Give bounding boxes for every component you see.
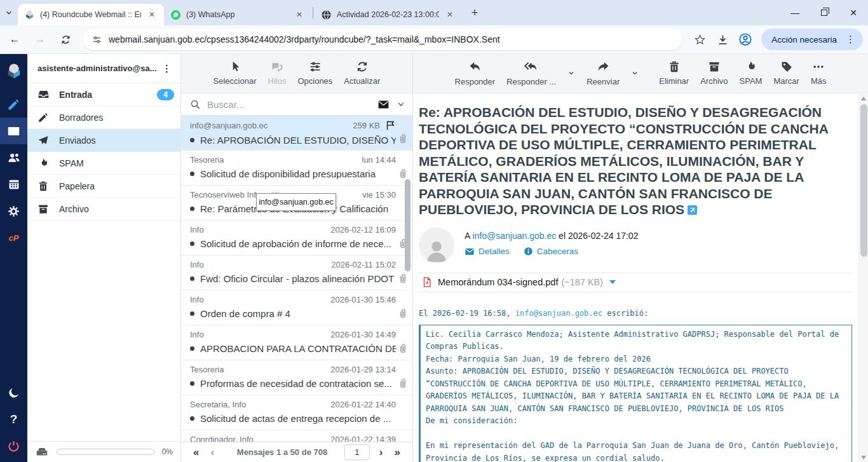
forward-button[interactable]: Reenviar bbox=[581, 54, 625, 93]
tab-search-chevron-icon[interactable] bbox=[0, 0, 18, 25]
delete-button[interactable]: Eliminar bbox=[653, 54, 695, 93]
forward-button[interactable]: → bbox=[29, 29, 51, 50]
search-options-chevron-icon[interactable] bbox=[396, 99, 406, 109]
downloads-icon[interactable] bbox=[712, 29, 733, 50]
address-bar[interactable]: webmail.sanjuan.gob.ec/cpsess1364244002/… bbox=[83, 29, 682, 50]
archive-button[interactable]: Archivo bbox=[695, 54, 733, 93]
tab-title: (4) Roundcube Webmail :: Envia bbox=[40, 10, 141, 19]
whatsapp-favicon bbox=[170, 10, 181, 20]
refresh-button[interactable]: Actualizar bbox=[338, 54, 386, 86]
mail-nav-button[interactable] bbox=[0, 118, 27, 144]
quoted-text-block: Lic. Cecilia Carrasco Mendoza; Asistente… bbox=[419, 325, 852, 462]
tab-close-icon[interactable]: ✕ bbox=[444, 9, 456, 20]
cpanel-button[interactable]: cP bbox=[0, 224, 27, 251]
search-input[interactable] bbox=[207, 99, 377, 110]
browser-tab-actividad[interactable]: Actividad 2026-02-23 13:00:00 ✕ bbox=[315, 4, 462, 25]
attachment-dropdown-icon[interactable] bbox=[609, 280, 616, 284]
sidebar-item-enviados[interactable]: Enviados bbox=[27, 129, 180, 152]
reload-button[interactable] bbox=[55, 29, 76, 50]
list-item[interactable]: Info2026-02-11 15:02 Fwd: Oficio Circula… bbox=[181, 255, 412, 290]
compose-button[interactable] bbox=[0, 91, 27, 118]
forward-dropdown-icon[interactable] bbox=[625, 54, 644, 93]
logout-button[interactable] bbox=[0, 433, 27, 459]
window-controls: — ✕ bbox=[780, 0, 868, 25]
new-tab-button[interactable]: + bbox=[466, 4, 484, 22]
headers-link[interactable]: Cabeceras bbox=[524, 247, 578, 256]
settings-nav-button[interactable] bbox=[0, 198, 27, 224]
attachment-row[interactable]: Memorándum 034-signed.pdf (~187 KB) bbox=[419, 273, 852, 292]
last-page-button[interactable]: » bbox=[389, 446, 406, 459]
browser-menu-icon[interactable]: ⋮ bbox=[842, 34, 859, 45]
prev-page-button[interactable]: ‹ bbox=[205, 446, 220, 459]
list-item[interactable]: Info2026-02-12 16:09 Solicitud de aproba… bbox=[181, 221, 412, 255]
reply-button[interactable]: Responder bbox=[449, 54, 501, 93]
message-list-panel: Seleccionar Hilos Opciones Actualizar in… bbox=[181, 54, 413, 462]
sidebar-item-archivo[interactable]: Archivo bbox=[27, 198, 180, 221]
details-link[interactable]: Detalles bbox=[465, 247, 510, 257]
back-button[interactable]: ← bbox=[4, 29, 25, 50]
action-needed-chip[interactable]: Acción necesaria ⋮ bbox=[761, 29, 863, 50]
first-page-button[interactable]: « bbox=[187, 446, 205, 459]
list-item[interactable]: info@sanjuan.gob.ec259 KB Re: APROBACIÓN… bbox=[181, 116, 412, 151]
attachment-name: Memorándum 034-signed.pdf bbox=[438, 277, 558, 287]
search-bar bbox=[181, 93, 412, 116]
next-page-button[interactable]: › bbox=[374, 446, 389, 459]
external-link-icon[interactable] bbox=[688, 205, 697, 215]
tab-title: (3) WhatsApp bbox=[186, 10, 288, 19]
sidebar-item-papelera[interactable]: Papelera bbox=[27, 175, 180, 198]
unread-badge: 4 bbox=[157, 89, 174, 100]
flag-icon[interactable] bbox=[385, 120, 396, 131]
reader-scrollbar[interactable] bbox=[858, 94, 868, 462]
threads-button[interactable]: Hilos bbox=[262, 54, 292, 86]
list-item[interactable]: Info2026-01-30 14:49 APROBACION PARA LA … bbox=[181, 325, 412, 360]
browser-tab-whatsapp[interactable]: (3) WhatsApp ✕ bbox=[164, 4, 311, 25]
search-icon[interactable] bbox=[190, 99, 201, 110]
minimize-button[interactable]: — bbox=[780, 0, 810, 25]
quoted-email-link[interactable]: info@sanjuan.gob.ec bbox=[515, 309, 602, 318]
page-number-input[interactable] bbox=[344, 444, 370, 460]
site-info-icon[interactable] bbox=[92, 34, 102, 45]
recipient-email-link[interactable]: info@sanjuan.gob.ec bbox=[472, 231, 556, 241]
sender-avatar bbox=[419, 228, 454, 263]
account-menu-icon[interactable]: ⋮ bbox=[157, 63, 177, 74]
list-toolbar: Seleccionar Hilos Opciones Actualizar bbox=[181, 54, 412, 93]
server-icon bbox=[35, 445, 49, 459]
scroll-down-arrow-icon[interactable] bbox=[861, 456, 866, 459]
tab-close-icon[interactable]: ✕ bbox=[146, 9, 158, 20]
list-item[interactable]: Tesorerialun 14:44 Solicitud de disponib… bbox=[181, 151, 412, 186]
sidebar-item-spam[interactable]: SPAM bbox=[27, 152, 180, 175]
envelope-icon bbox=[465, 247, 475, 257]
sidebar-item-borradores[interactable]: Borradores bbox=[27, 106, 180, 129]
options-button[interactable]: Opciones bbox=[292, 54, 338, 86]
tab-close-icon[interactable]: ✕ bbox=[294, 9, 305, 20]
help-button[interactable]: ? bbox=[0, 406, 27, 433]
tab-separator bbox=[313, 7, 313, 18]
dark-mode-button[interactable] bbox=[0, 379, 27, 406]
restore-button[interactable] bbox=[810, 0, 839, 25]
list-scrollbar[interactable] bbox=[405, 179, 411, 306]
reply-all-button[interactable]: Responder ... bbox=[501, 54, 562, 93]
browser-tab-roundcube[interactable]: (4) Roundcube Webmail :: Envia ✕ bbox=[18, 4, 164, 25]
list-item[interactable]: Coordinador, Info2026-01-22 14:39 bbox=[181, 430, 412, 442]
close-button[interactable]: ✕ bbox=[839, 0, 868, 25]
list-item[interactable]: Info2026-01-30 15:46 Orden de compra # 4 bbox=[181, 290, 412, 325]
list-item[interactable]: Tesoreria2026-01-29 13:14 Proformas de n… bbox=[181, 360, 412, 395]
scrollbar-thumb[interactable] bbox=[860, 104, 867, 257]
mark-button[interactable]: Marcar bbox=[768, 54, 804, 93]
scroll-up-arrow-icon[interactable] bbox=[861, 97, 866, 100]
bookmark-star-icon[interactable] bbox=[689, 29, 710, 50]
unread-dot bbox=[190, 172, 194, 176]
sidebar-item-entrada[interactable]: Entrada 4 bbox=[27, 83, 180, 106]
profile-avatar-icon[interactable] bbox=[735, 29, 756, 50]
list-item[interactable]: Secretaria, Info2026-01-22 14:40 Solicit… bbox=[181, 395, 412, 430]
attachment-clip-icon bbox=[397, 308, 409, 320]
calendar-nav-button[interactable] bbox=[0, 171, 27, 198]
search-scope-envelope-icon[interactable] bbox=[377, 99, 390, 111]
contacts-nav-button[interactable] bbox=[0, 144, 27, 171]
pdf-file-icon bbox=[421, 276, 433, 288]
reply-all-dropdown-icon[interactable] bbox=[562, 54, 581, 93]
unread-dot bbox=[190, 311, 194, 316]
spam-button[interactable]: SPAM bbox=[734, 54, 768, 93]
select-button[interactable]: Seleccionar bbox=[208, 54, 262, 86]
more-button[interactable]: Más bbox=[805, 54, 832, 93]
